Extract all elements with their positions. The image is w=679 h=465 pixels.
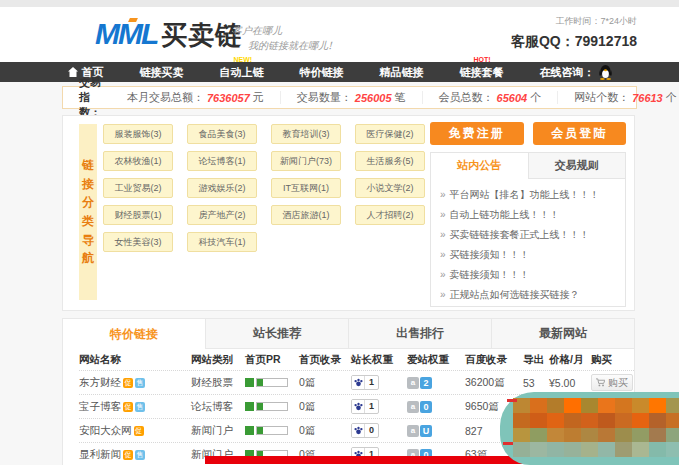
pr-box-icon [245, 378, 254, 387]
tab-special-links[interactable]: 特价链接 [63, 319, 205, 349]
censor-tiles [513, 398, 679, 457]
home-index: 0篇 [299, 400, 351, 414]
logo-tagline: 客户在哪儿 我的链接就在哪儿! [232, 23, 332, 53]
stat-label: 本月交易总额： [127, 90, 204, 105]
aizhan-value: 0 [420, 401, 432, 413]
chinaz-value: 1 [365, 376, 378, 389]
notice-tabs: 站内公告 交易规则 [431, 153, 625, 179]
col-pr: 首页PR [245, 353, 299, 367]
announcement-item[interactable]: »买链接须知！！！ [440, 245, 616, 265]
nav-item-premium-links[interactable]: 精品链接 [380, 65, 424, 80]
tab-sales-ranking[interactable]: 出售排行 [348, 319, 491, 349]
nav-item-online-consult[interactable]: 在线咨询： [540, 65, 612, 80]
pr-box-icon [245, 402, 254, 411]
promo-badge-icon: 促 [123, 402, 133, 412]
announcement-item[interactable]: »卖链接须知！！！ [440, 265, 616, 285]
category-vertical-label: 链接分类导航 [79, 124, 97, 300]
nav-label: 链接套餐 [460, 65, 504, 80]
col-site-name: 网站名称 [79, 353, 191, 367]
announcement-text: 正规站点如何选链接买链接？ [450, 289, 580, 300]
account-notice-panel: 免费注册 会员登陆 站内公告 交易规则 »平台网站【排名】功能上线！！！ »自动… [430, 122, 626, 307]
pr-bar [245, 402, 299, 411]
tagline-line1: 客户在哪儿 [232, 23, 332, 38]
login-button[interactable]: 会员登陆 [533, 122, 627, 145]
tab-webmaster-recommend[interactable]: 站长推荐 [205, 319, 348, 349]
category-item[interactable]: 论坛博客(1) [187, 151, 257, 171]
announcement-text: 买链接须知！！！ [450, 249, 530, 260]
category-item[interactable]: 食品美食(3) [187, 124, 257, 144]
aizhan-icon: a [407, 401, 419, 413]
announcement-text: 自动上链功能上线！！！ [450, 209, 560, 220]
tab-site-notice[interactable]: 站内公告 [431, 153, 528, 179]
category-and-notice-panel: 链接分类导航 服装服饰(3) 食品美食(3) 教育培训(3) 医疗保健(2) 农… [62, 115, 635, 311]
main-nav: 首页 链接买卖 NEW! 自动上链 特价链接 精品链接 HOT! 链接套餐 在线… [0, 62, 679, 82]
nav-item-auto-link[interactable]: NEW! 自动上链 [220, 65, 264, 80]
col-export: 导出 [523, 353, 549, 367]
announcement-text: 买卖链链接套餐正式上线！！！ [450, 229, 590, 240]
category-item[interactable]: 工业贸易(2) [103, 178, 173, 198]
site-name-link[interactable]: 东方财经 促 售 [79, 376, 191, 390]
category-item[interactable]: 女性美容(3) [103, 232, 173, 252]
nav-label: 特价链接 [300, 65, 344, 80]
notice-box: 站内公告 交易规则 »平台网站【排名】功能上线！！！ »自动上链功能上线！！！ … [430, 152, 626, 307]
chinaz-weight: 0 [351, 423, 407, 438]
category-item[interactable]: 房产地产(2) [187, 205, 257, 225]
work-time-text: 工作时间：7*24小时 [511, 15, 637, 28]
category-item[interactable]: IT互联网(1) [271, 178, 341, 198]
promo-badge-icon: 促 [123, 378, 133, 388]
site-logo[interactable]: MML 买卖链 [95, 17, 242, 53]
category-grid: 服装服饰(3) 食品美食(3) 教育培训(3) 医疗保健(2) 农林牧渔(1) … [103, 124, 425, 252]
announcement-item[interactable]: »平台网站【排名】功能上线！！！ [440, 185, 616, 205]
home-icon [68, 67, 78, 77]
category-item[interactable]: 新闻门户(73) [271, 151, 341, 171]
site-name-link[interactable]: 显利新闻 促 售 [79, 448, 191, 462]
nav-item-link-package[interactable]: HOT! 链接套餐 [460, 65, 504, 80]
announcement-item[interactable]: »买卖链链接套餐正式上线！！！ [440, 225, 616, 245]
site-name-link[interactable]: 宝子博客 促 售 [79, 400, 191, 414]
baidu-index: 36200篇 [465, 376, 523, 390]
category-item[interactable]: 服装服饰(3) [103, 124, 173, 144]
site-category: 新闻门户 [191, 424, 245, 438]
stat-unit: 笔 [395, 90, 406, 105]
register-button[interactable]: 免费注册 [430, 122, 524, 145]
category-item[interactable]: 酒店旅游(1) [271, 205, 341, 225]
stat-label: 网站个数： [574, 90, 629, 105]
category-item[interactable]: 生活服务(5) [355, 151, 425, 171]
col-category: 网站类别 [191, 353, 245, 367]
announcement-item[interactable]: »自动上链功能上线！！！ [440, 205, 616, 225]
pr-box-icon [245, 426, 254, 435]
tab-trade-rules[interactable]: 交易规则 [528, 153, 626, 178]
nav-item-special-links[interactable]: 特价链接 [300, 65, 344, 80]
buy-button[interactable]: 购买 [591, 374, 633, 391]
stat-member-count: 会员总数： 65604 个 [422, 91, 558, 104]
category-item[interactable]: 教育培训(3) [271, 124, 341, 144]
new-badge: NEW! [234, 56, 253, 63]
site-header: MML 买卖链 客户在哪儿 我的链接就在哪儿! 工作时间：7*24小时 客服QQ… [0, 7, 679, 62]
nav-label: 链接买卖 [140, 65, 184, 80]
category-item[interactable]: 财经股票(1) [103, 205, 173, 225]
category-item[interactable]: 人才招聘(2) [355, 205, 425, 225]
logo-mml-text: MML [95, 17, 157, 51]
announcement-item[interactable]: »正规站点如何选链接买链接？ [440, 285, 616, 305]
stat-month-total: 本月交易总额： 7636057 元 [111, 91, 280, 104]
account-buttons: 免费注册 会员登陆 [430, 122, 626, 145]
page: MML 买卖链 客户在哪儿 我的链接就在哪儿! 工作时间：7*24小时 客服QQ… [0, 0, 679, 465]
censor-mark [503, 442, 513, 445]
sale-badge-icon: 售 [135, 402, 145, 412]
nav-item-link-trade[interactable]: 链接买卖 [140, 65, 184, 80]
announcement-text: 卖链接须知！！！ [450, 269, 530, 280]
category-item[interactable]: 游戏娱乐(2) [187, 178, 257, 198]
chinaz-value: 1 [365, 400, 378, 413]
aizhan-weight: a2 [407, 377, 465, 389]
site-name-link[interactable]: 安阳大众网 促 [79, 424, 191, 438]
home-index: 0篇 [299, 376, 351, 390]
category-item[interactable]: 科技汽车(1) [187, 232, 257, 252]
category-item[interactable]: 医疗保健(2) [355, 124, 425, 144]
nav-label: 在线咨询： [540, 65, 595, 80]
category-item[interactable]: 小说文学(2) [355, 178, 425, 198]
aizhan-icon: a [407, 377, 419, 389]
bullet: » [440, 269, 446, 280]
tab-newest-sites[interactable]: 最新网站 [491, 319, 634, 349]
category-item[interactable]: 农林牧渔(1) [103, 151, 173, 171]
paw-icon [352, 400, 365, 413]
